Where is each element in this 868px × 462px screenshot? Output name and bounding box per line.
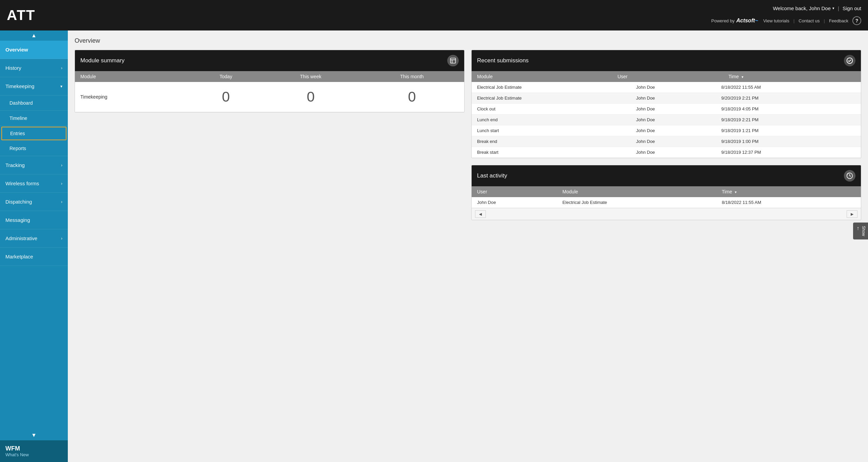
sidebar-sub-item-reports[interactable]: Reports [0,141,68,156]
sub-row-user: John Doe [631,114,716,125]
welcome-text: Welcome back, John Doe [773,5,831,11]
sidebar-item-timekeeping[interactable]: Timekeeping ▾ [0,77,68,96]
module-summary-icon-button[interactable] [447,55,459,66]
sidebar-item-overview[interactable]: Overview [0,41,68,59]
table-row: John Doe Electrical Job Estimate 8/18/20… [472,197,861,208]
row-module: Timekeeping [75,82,190,112]
sidebar-item-dispatching[interactable]: Dispatching › [0,193,68,211]
sub-col-user: User [612,71,723,82]
sign-out-button[interactable]: Sign out [843,5,861,11]
wfm-title: WFM [5,445,62,452]
last-activity-footer: ◄ ► [472,208,861,220]
sidebar-item-administrative[interactable]: Administrative › [0,229,68,248]
header-top-row: Welcome back, John Doe ▾ | Sign out [773,5,861,11]
time-sort-icon: ▾ [742,75,744,79]
recent-submissions-title: Recent submissions [477,57,529,64]
view-tutorials-link[interactable]: View tutorials [763,18,789,23]
last-activity-icon-button[interactable] [844,170,855,182]
sub-col-time[interactable]: Time ▾ [723,71,861,82]
last-activity-body: User Module Time ▾ John Doe Electrical J… [472,186,861,208]
tracking-chevron-icon: › [61,163,62,168]
right-column: Recent submissions Module [471,50,861,220]
sidebar-item-tracking[interactable]: Tracking › [0,156,68,174]
help-button[interactable]: ? [852,16,861,25]
last-activity-table: User Module Time ▾ John Doe Electrical J… [472,186,861,208]
logo-area: ATT [0,0,68,30]
module-summary-title: Module summary [80,57,124,64]
history-chevron-icon: › [61,66,62,70]
sidebar: ▲ Overview History › Timekeeping ▾ Dashb… [0,30,68,462]
table-row: Electrical Job Estimate John Doe 8/18/20… [472,82,861,93]
col-today: Today [190,71,262,82]
sub-row-time: 9/20/2019 2:21 PM [716,93,861,104]
sidebar-item-wireless-forms[interactable]: Wireless forms › [0,174,68,193]
svg-rect-0 [451,58,456,63]
timekeeping-chevron-icon: ▾ [60,84,62,89]
dispatching-chevron-icon: › [61,200,62,204]
sidebar-sub-item-label-dashboard: Dashboard [9,100,33,106]
sidebar-scroll-down-button[interactable]: ▼ [0,430,68,440]
sidebar-item-label-history: History [5,65,21,71]
act-time-sort-icon: ▾ [735,190,737,194]
act-col-time[interactable]: Time ▾ [716,186,861,197]
last-activity-scroll-left-button[interactable]: ◄ [475,210,486,218]
row-this-week: 0 [262,82,360,112]
sidebar-sub-item-dashboard[interactable]: Dashboard [0,96,68,111]
table-row: Break end John Doe 9/18/2019 1:00 PM [472,136,861,147]
sub-row-time: 9/18/2019 1:00 PM [716,136,861,147]
last-activity-scroll-right-button[interactable]: ► [847,210,857,218]
sidebar-item-label-dispatching: Dispatching [5,199,32,205]
sub-row-user: John Doe [631,125,716,136]
sub-row-module: Lunch start [472,125,631,136]
sub-row-user: John Doe [631,93,716,104]
header-separator-1: | [838,5,839,11]
sidebar-item-history[interactable]: History › [0,59,68,77]
header-bottom-row: Powered by Actsoft~ View tutorials | Con… [711,16,861,25]
sub-row-module: Break end [472,136,631,147]
recent-submissions-body: Module User Time ▾ Electrical Job E [472,71,861,158]
module-summary-body: Module Today This week This month Timeke… [75,71,464,112]
welcome-area[interactable]: Welcome back, John Doe ▾ [773,5,834,11]
sidebar-item-label-timekeeping: Timekeeping [5,83,34,89]
show-panel-button[interactable]: ← Show [853,223,868,239]
sub-col-module: Module [472,71,612,82]
sub-row-time: 9/18/2019 1:21 PM [716,125,861,136]
sidebar-sub-item-timeline[interactable]: Timeline [0,111,68,126]
table-row: Lunch end John Doe 9/18/2019 2:21 PM [472,114,861,125]
sidebar-item-marketplace[interactable]: Marketplace [0,248,68,266]
recent-submissions-icon-button[interactable] [844,55,855,66]
col-this-month: This month [360,71,464,82]
sidebar-sub-item-label-entries: Entries [10,131,25,136]
sidebar-sub-item-entries[interactable]: Entries [1,127,66,140]
sub-row-module: Electrical Job Estimate [472,93,631,104]
module-summary-card: Module summary Module [75,50,465,112]
app-logo: ATT [7,7,36,23]
sidebar-item-label-wireless-forms: Wireless forms [5,181,39,186]
contact-us-link[interactable]: Contact us [798,18,820,23]
sidebar-sub-item-label-timeline: Timeline [9,115,27,121]
sub-row-module: Break start [472,147,631,158]
header-links: View tutorials | Contact us | Feedback ? [763,16,861,25]
powered-by-area: Powered by Actsoft~ [711,18,758,24]
whats-new-link[interactable]: What's New [5,452,62,457]
sub-row-time: 9/18/2019 2:21 PM [716,114,861,125]
sidebar-item-label-administrative: Administrative [5,235,37,241]
sub-row-user: John Doe [631,82,716,93]
powered-by-text: Powered by [711,18,735,23]
sub-row-user: John Doe [631,104,716,114]
sidebar-item-messaging[interactable]: Messaging [0,211,68,229]
feedback-link[interactable]: Feedback [829,18,848,23]
sub-row-user: John Doe [631,136,716,147]
recent-submissions-data-table: Electrical Job Estimate John Doe 8/18/20… [472,82,861,158]
recent-submissions-table: Module User Time ▾ [472,71,861,82]
sub-row-module: Lunch end [472,114,631,125]
header-separator-2: | [793,18,794,23]
col-this-week: This week [262,71,360,82]
recent-submissions-scroll[interactable]: Electrical Job Estimate John Doe 8/18/20… [472,82,861,158]
sidebar-scroll-up-button[interactable]: ▲ [0,30,68,41]
recent-submissions-card: Recent submissions Module [471,50,861,158]
module-summary-header: Module summary [75,50,464,71]
app-body: ▲ Overview History › Timekeeping ▾ Dashb… [0,30,868,462]
sub-row-time: 9/18/2019 12:37 PM [716,147,861,158]
table-row: Timekeeping 0 0 0 [75,82,464,112]
